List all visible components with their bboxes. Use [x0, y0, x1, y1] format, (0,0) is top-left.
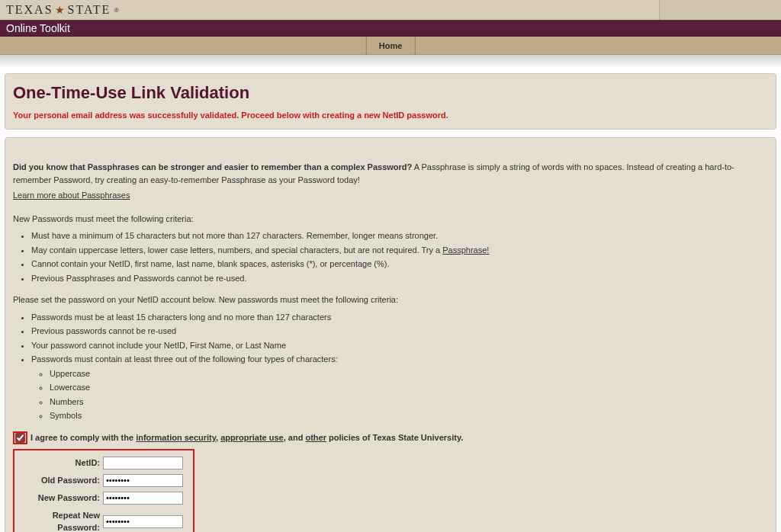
info-security-link[interactable]: information security [136, 433, 216, 442]
success-message: Your personal email address was successf… [13, 111, 768, 120]
new-password-label: New Password: [19, 492, 103, 505]
list-item: Passwords must be at least 15 characters… [31, 311, 768, 324]
page-title: One-Time-Use Link Validation [13, 83, 768, 103]
repeat-password-label: Repeat New Password: [19, 509, 103, 533]
learn-passphrases-link[interactable]: Learn more about Passphrases [13, 191, 130, 200]
app-title-bar: Online Toolkit [0, 20, 781, 37]
list-item: May contain uppercase letters, lower cas… [31, 244, 768, 257]
top-right-placeholder [659, 0, 781, 20]
list-item: Cannot contain your NetID, first name, l… [31, 258, 768, 271]
header-panel: One-Time-Use Link Validation Your person… [5, 73, 776, 130]
criteria1-list: Must have a minimum of 15 characters but… [13, 229, 768, 284]
passphrase-lead-bold: Did you know that Passphrases can be str… [13, 162, 412, 171]
new-password-input[interactable] [103, 492, 183, 505]
list-item: Uppercase [50, 367, 768, 380]
criteria1-intro: New Passwords must meet the following cr… [13, 213, 768, 226]
agree-checkbox[interactable] [15, 433, 25, 443]
list-item: Lowercase [50, 381, 768, 394]
agree-row: I agree to comply with the information s… [13, 431, 768, 444]
brand-logo: TEXAS ★ STATE ® [6, 3, 121, 17]
list-item: Your password cannot include your NetID,… [31, 339, 768, 352]
star-icon: ★ [55, 4, 66, 17]
list-item: Previous Passphrases and Passwords canno… [31, 272, 768, 285]
passphrase-inline-link[interactable]: Passphrase! [442, 245, 489, 255]
top-bar: TEXAS ★ STATE ® [0, 0, 781, 20]
content-panel: Did you know that Passphrases can be str… [5, 137, 776, 532]
password-form: NetID: Old Password: New Password: Repea… [13, 449, 194, 533]
repeat-password-input[interactable] [103, 515, 183, 528]
passphrase-intro: Did you know that Passphrases can be str… [13, 161, 768, 186]
nav-bar: Home [0, 37, 781, 55]
brand-text-2: STATE [68, 3, 111, 17]
app-title: Online Toolkit [6, 22, 70, 34]
list-item: Symbols [50, 409, 768, 422]
netid-label: NetID: [19, 457, 103, 470]
list-item: Must have a minimum of 15 characters but… [31, 229, 768, 242]
list-item: Previous passwords cannot be re-used [31, 325, 768, 338]
old-password-input[interactable] [103, 474, 183, 487]
checkbox-highlight [13, 431, 27, 444]
criteria2-list: Passwords must be at least 15 characters… [13, 311, 768, 422]
char-types-list: Uppercase Lowercase Numbers Symbols [31, 367, 768, 422]
netid-input[interactable] [103, 457, 183, 470]
nav-home-tab[interactable]: Home [366, 37, 416, 55]
nav-home-label: Home [379, 41, 403, 50]
shadow-divider [0, 55, 781, 69]
criteria2-intro: Please set the password on your NetID ac… [13, 293, 768, 306]
other-policies-link[interactable]: other [305, 433, 326, 442]
list-item: Passwords must contain at least three ou… [31, 353, 768, 422]
agree-text: I agree to comply with the information s… [31, 431, 463, 444]
old-password-label: Old Password: [19, 474, 103, 487]
appropriate-use-link[interactable]: appropriate use [220, 433, 284, 442]
list-item: Numbers [50, 396, 768, 409]
brand-text-1: TEXAS [6, 3, 53, 17]
